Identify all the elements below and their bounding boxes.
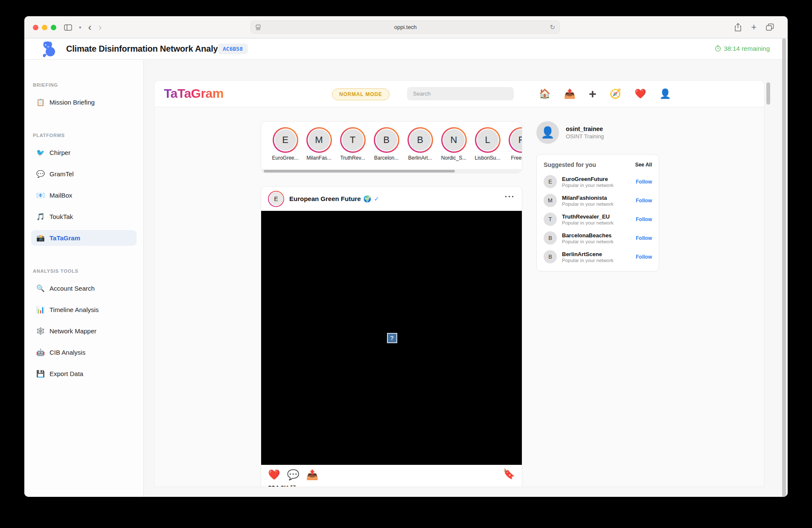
back-button[interactable]: ‹ [88,22,92,32]
suggestions-title: Suggested for you [544,161,596,168]
magnifier-icon: 🔍 [36,284,45,292]
new-tab-icon[interactable]: + [751,22,757,33]
stories-scrollbar[interactable] [261,169,522,173]
sidebar-item-tatagram[interactable]: 📸 TaTaGram [31,230,137,246]
post-menu-button[interactable]: ··· [505,193,515,201]
avatar[interactable]: B [544,231,557,245]
suggestion-name[interactable]: BarcelonaBeaches [562,232,636,239]
section-label-platforms: PLATFORMS [33,133,137,138]
follow-button[interactable]: Follow [636,216,652,222]
suggestion-name[interactable]: BerlinArtScene [562,251,636,257]
main-content: TaTaGram NORMAL MODE 🏠 📤 + 🧭 ❤️ 👤 [144,60,788,497]
suggestion-item: M MilanFashionista Popular in your netwo… [544,194,652,207]
timer-icon [715,45,721,52]
avatar[interactable]: T [544,213,557,226]
avatar[interactable]: E [544,175,557,188]
explore-icon[interactable]: 🧭 [609,89,621,99]
reload-icon[interactable]: ↻ [550,23,555,31]
share-icon[interactable] [734,23,742,32]
follow-button[interactable]: Follow [636,254,652,260]
suggestion-item: T TruthRevealer_EU Popular in your netwo… [544,213,652,226]
post-author-avatar[interactable]: E [268,191,284,207]
follow-button[interactable]: Follow [636,179,652,185]
story-item[interactable]: T TruthRev... [336,127,370,161]
profile-subtitle: OSINT Training [566,133,604,140]
profile-icon[interactable]: 👤 [659,89,671,99]
address-bar[interactable]: oppi.tech ↻ [250,20,560,34]
chevron-down-icon[interactable]: ▾ [79,25,81,30]
profile-username[interactable]: osint_trainee [566,125,604,132]
sidebar-item-touktak[interactable]: 🎵 ToukTak [31,209,137,225]
sidebar-item-export-data[interactable]: 💾 Export Data [31,366,137,382]
share-post-icon[interactable]: 📤 [306,470,318,480]
follow-button[interactable]: Follow [636,235,652,241]
bookmark-icon[interactable]: 🔖 [503,469,515,479]
see-all-link[interactable]: See All [635,162,652,168]
stories-scrollbar-thumb[interactable] [264,170,455,172]
close-window-button[interactable] [33,25,38,30]
suggestions-card: Suggested for you See All E EuroGreenFut… [536,154,659,271]
section-label-analysis-tools: ANALYSIS TOOLS [33,268,137,274]
search-input[interactable] [407,87,514,100]
sidebar-item-gramtel[interactable]: 💬 GramTel [31,166,137,182]
music-note-icon: 🎵 [36,213,45,221]
sidebar-item-network-mapper[interactable]: 🕸️ Network Mapper [31,323,137,339]
avatar[interactable]: B [544,250,557,263]
sidebar-item-timeline-analysis[interactable]: 📊 Timeline Analysis [31,302,137,318]
tatagram-logo: TaTaGram [164,86,224,101]
story-item[interactable]: N Nordic_S... [437,127,471,161]
sidebar-toggle-icon[interactable] [64,24,72,31]
person-icon: 👤 [541,126,554,139]
post-author-name[interactable]: European Green Future [289,195,361,202]
story-item[interactable]: M MilanFas... [302,127,336,161]
sidebar-item-chirper[interactable]: 🐦 Chirper [31,145,137,160]
story-item[interactable]: B Barcelon... [370,127,403,161]
speech-bubble-icon: 💬 [36,170,45,178]
follow-button[interactable]: Follow [636,198,652,204]
suggestion-name[interactable]: MilanFashionista [562,195,636,201]
tab-overview-icon[interactable] [766,23,774,31]
feed-column: E EuroGree... M MilanFas... T TruthRev..… [261,121,522,487]
sidebar-item-mailbox[interactable]: 📧 MailBox [31,187,137,203]
zoom-window-button[interactable] [51,25,56,30]
session-code-badge: AC6B58 [218,44,248,54]
tatagram-panel: TaTaGram NORMAL MODE 🏠 📤 + 🧭 ❤️ 👤 [154,80,765,487]
verified-badge-icon: ✓ [374,195,379,203]
avatar[interactable]: M [544,194,557,207]
globe-icon: 🌍 [364,195,372,203]
sidebar-item-mission-briefing[interactable]: 📋 Mission Briefing [31,94,137,110]
stories-card: E EuroGree... M MilanFas... T TruthRev..… [261,121,522,173]
forward-button[interactable]: › [99,22,102,32]
suggestion-name[interactable]: EuroGreenFuture [562,176,636,182]
suggestion-item: B BerlinArtScene Popular in your network… [544,250,652,263]
robot-icon: 🤖 [36,348,45,356]
feed-scrollbar-thumb[interactable] [766,82,770,105]
minimize-window-button[interactable] [42,25,47,30]
tatagram-header: TaTaGram NORMAL MODE 🏠 📤 + 🧭 ❤️ 👤 [154,81,764,107]
story-item[interactable]: L LisbonSu... [471,127,504,161]
sidebar-item-account-search[interactable]: 🔍 Account Search [31,280,137,296]
suggestion-item: E EuroGreenFuture Popular in your networ… [544,175,652,188]
like-icon[interactable]: ❤️ [268,470,280,480]
app-header: Climate Disinformation Network Analysis … [24,38,788,60]
time-remaining: 38:14 remaining [715,45,770,52]
messages-icon[interactable]: 📤 [564,89,575,99]
avatar[interactable]: 👤 [536,121,559,144]
comment-icon[interactable]: 💬 [287,470,300,480]
right-column: 👤 osint_trainee OSINT Training Suggested… [536,121,659,271]
create-post-icon[interactable]: + [589,88,597,100]
bar-chart-icon: 📊 [36,306,45,314]
fox-logo [40,40,58,59]
story-item[interactable]: B BerlinArt... [403,127,437,161]
suggestion-name[interactable]: TruthRevealer_EU [562,213,636,220]
reader-icon[interactable] [255,24,261,30]
page-scrollbar[interactable] [782,38,786,497]
post-image: ? [261,211,522,465]
home-icon[interactable]: 🏠 [539,89,550,99]
floppy-disk-icon: 💾 [36,370,45,378]
story-item[interactable]: E EuroGree... [268,127,302,161]
activity-icon[interactable]: ❤️ [634,89,646,99]
sidebar-item-cib-analysis[interactable]: 🤖 CIB Analysis [31,344,137,360]
url-text: oppi.tech [261,24,550,30]
story-item[interactable]: F Freedo... [504,127,522,161]
